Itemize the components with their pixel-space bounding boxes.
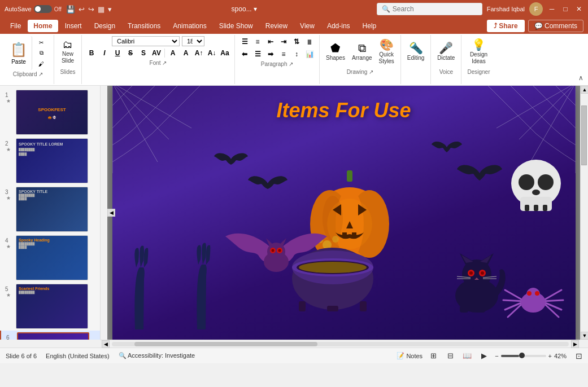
format-painter-button[interactable]: 🖌: [33, 59, 49, 69]
menu-design[interactable]: Design: [89, 20, 121, 32]
slide-sorter-btn[interactable]: ⊟: [444, 350, 456, 362]
decrease-font-button[interactable]: A↓: [206, 47, 218, 59]
slide-thumbnail-4: Spooky Heading ████████████: [16, 235, 88, 280]
dictate-button[interactable]: 🎤 Dictate: [434, 36, 458, 68]
slide-thumb-2[interactable]: 2 ★ SPOOKY TITLE LOREM ████████████: [0, 137, 100, 185]
scroll-left-btn[interactable]: ◀: [107, 209, 115, 217]
zoom-thumb[interactable]: [519, 353, 525, 358]
notes-button[interactable]: 📝 Notes: [397, 352, 423, 359]
reading-view-btn[interactable]: 📖: [461, 350, 473, 362]
font-family-select[interactable]: Calibri: [112, 36, 180, 46]
editing-button[interactable]: 🔦 Editing: [404, 36, 428, 68]
menu-animations[interactable]: Animations: [167, 20, 212, 32]
line-spacing-button[interactable]: ↕: [290, 49, 303, 60]
cut-button[interactable]: ✂: [33, 37, 49, 47]
title-right: 🔍 Farshad Iqbal F ─ □ ✕: [377, 2, 583, 16]
autosave-toggle[interactable]: [34, 5, 52, 13]
slide-canvas[interactable]: Items For Use: [112, 86, 576, 340]
arrange-label: Arrange: [352, 55, 372, 61]
slide-count: Slide 6 of 6: [6, 353, 37, 359]
scroll-left-btn[interactable]: ◀: [102, 340, 110, 348]
menu-addins[interactable]: Add-ins: [321, 20, 356, 32]
restore-btn[interactable]: □: [561, 5, 570, 14]
menu-transitions[interactable]: Transitions: [122, 20, 166, 32]
justify-button[interactable]: ≡: [277, 49, 290, 60]
slide-thumb-1[interactable]: 1 ★ SPOOKFEST 🎃 👻: [0, 88, 100, 137]
align-center-button[interactable]: ☰: [251, 49, 264, 60]
font-size-select[interactable]: 18: [182, 36, 204, 46]
menu-home[interactable]: Home: [28, 20, 58, 32]
quick-styles-button[interactable]: 🎨 QuickStyles: [376, 36, 397, 68]
menu-view[interactable]: View: [294, 20, 320, 32]
arrange-button[interactable]: ⧉ Arrange: [349, 36, 375, 68]
menu-insert[interactable]: Insert: [59, 20, 88, 32]
accessibility-btn[interactable]: 🔍 Accessibility: Investigate: [119, 352, 195, 359]
columns-button[interactable]: ⫼: [303, 36, 316, 47]
canvas-area[interactable]: Items For Use: [107, 86, 580, 340]
increase-indent-button[interactable]: ⇥: [277, 36, 290, 47]
underline-button[interactable]: U: [111, 47, 124, 59]
align-right-button[interactable]: ➡: [264, 49, 277, 60]
slide-thumb-6[interactable]: 6 ★ Items For Use 🎃 🕷 💀: [0, 331, 100, 340]
shadow-button[interactable]: S: [137, 47, 150, 59]
slide-show-btn[interactable]: ▶: [478, 350, 490, 362]
bullets-button[interactable]: ☰: [238, 36, 251, 47]
font-color-button[interactable]: A: [167, 47, 179, 59]
char-spacing-button[interactable]: AV: [150, 47, 163, 59]
zoom-out-btn[interactable]: −: [495, 353, 498, 359]
share-button[interactable]: ⤴ Share: [487, 20, 525, 32]
strikethrough-button[interactable]: S: [124, 47, 137, 59]
smart-art-button[interactable]: 📊: [303, 49, 316, 60]
zoom-slider[interactable]: [501, 355, 546, 357]
zoom-in-btn[interactable]: +: [548, 353, 552, 359]
scroll-right-btn[interactable]: ▶: [571, 340, 579, 348]
menu-file[interactable]: File: [5, 20, 27, 32]
redo-icon[interactable]: ↪: [88, 5, 94, 14]
shapes-button[interactable]: ⬟ Shapes: [323, 36, 348, 68]
editing-label: Editing: [407, 55, 425, 61]
bold-button[interactable]: B: [85, 47, 98, 59]
decrease-indent-button[interactable]: ⇤: [264, 36, 277, 47]
fit-page-btn[interactable]: ⊡: [576, 351, 582, 360]
svg-rect-30: [299, 301, 306, 311]
align-left-button[interactable]: ⬅: [238, 49, 251, 60]
design-ideas-button[interactable]: 💡 DesignIdeas: [467, 36, 490, 68]
search-input[interactable]: [393, 5, 477, 13]
clear-formatting-button[interactable]: Aa: [219, 47, 231, 59]
menu-bar: File Home Insert Design Transitions Anim…: [0, 18, 588, 34]
save-icon[interactable]: 💾: [66, 5, 75, 14]
comments-button[interactable]: 💬 Comments: [528, 20, 583, 32]
undo-icon[interactable]: ↩: [79, 5, 85, 14]
present-icon[interactable]: ▦: [98, 5, 104, 14]
paste-label: Paste: [11, 59, 26, 65]
minimize-btn[interactable]: ─: [547, 5, 556, 14]
slide-star-1: ★: [6, 98, 11, 104]
slide-thumb-3[interactable]: 3 ★ SPOOKY TITLE ████████████: [0, 185, 100, 234]
menu-slideshow[interactable]: Slide Show: [214, 20, 259, 32]
new-slide-button[interactable]: 🗂 NewSlide: [58, 36, 78, 68]
para-row2: ⬅ ☰ ➡ ≡ ↕ 📊: [238, 49, 316, 60]
scroll-up-btn[interactable]: ▲: [581, 86, 588, 94]
copy-button[interactable]: ⧉: [33, 48, 49, 58]
menu-help[interactable]: Help: [357, 20, 382, 32]
text-highlight-button[interactable]: A: [180, 47, 192, 59]
italic-button[interactable]: I: [98, 47, 111, 59]
dropdown-icon[interactable]: ▾: [108, 5, 112, 14]
slide-thumb-4[interactable]: 4 ★ Spooky Heading ████████████: [0, 234, 100, 282]
increase-font-button[interactable]: A↑: [193, 47, 205, 59]
purple-bat: [225, 222, 327, 286]
scroll-down-btn[interactable]: ▼: [581, 332, 588, 340]
menu-review[interactable]: Review: [260, 20, 293, 32]
v-scroll-thumb[interactable]: [581, 105, 587, 165]
h-scroll-thumb[interactable]: [134, 342, 317, 346]
slide-thumb-5[interactable]: 5 ★ Scariest Friends ████████: [0, 282, 100, 331]
search-bar[interactable]: 🔍: [377, 3, 482, 15]
close-btn[interactable]: ✕: [574, 5, 583, 14]
numbering-button[interactable]: ≡: [251, 36, 264, 47]
normal-view-btn[interactable]: ⊞: [427, 350, 439, 362]
text-direction-button[interactable]: ⇅: [290, 36, 303, 47]
paste-button[interactable]: 📋 Paste: [6, 36, 32, 70]
ribbon-collapse-button[interactable]: ∧: [576, 72, 586, 84]
drawing-row: ⬟ Shapes ⧉ Arrange 🎨 QuickStyles: [323, 36, 397, 68]
canvas-left-scroll[interactable]: ◀: [107, 209, 115, 217]
